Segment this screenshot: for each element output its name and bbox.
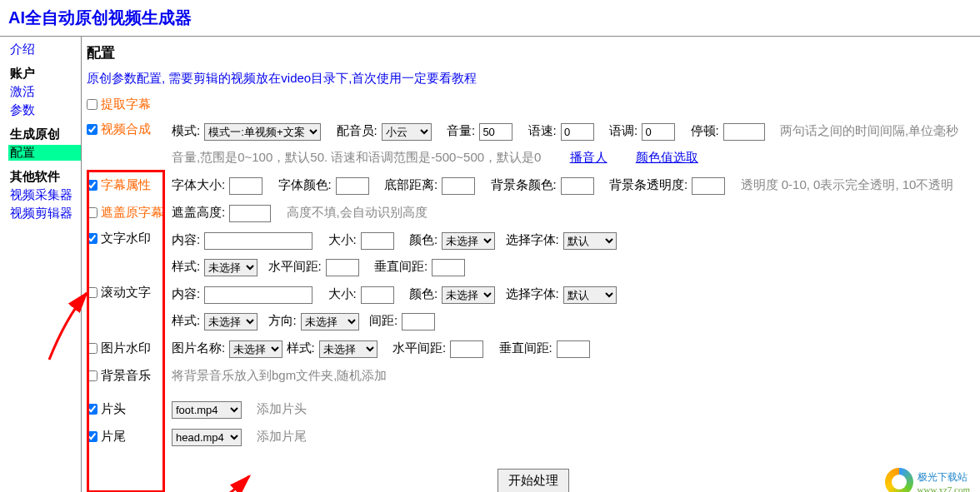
label-subtitle-attr: 字幕属性 — [101, 177, 151, 193]
label-scroll-size: 大小: — [328, 286, 357, 301]
input-cover-height[interactable] — [229, 205, 271, 222]
label-bgm: 背景音乐 — [101, 368, 151, 384]
select-scroll-dir[interactable]: 未选择 — [301, 313, 359, 330]
row-bgm: 背景音乐 将背景音乐放入到bgm文件夹,随机添加 — [87, 364, 980, 387]
site-logo: 极光下载站 www.xz7.com — [885, 468, 970, 492]
label-twm-vgap: 垂直间距: — [374, 259, 428, 273]
label-scroll-font: 选择字体: — [506, 286, 559, 301]
select-scroll-color[interactable]: 未选择 — [442, 286, 495, 304]
select-scroll-style[interactable]: 未选择 — [204, 313, 258, 330]
input-tone[interactable] — [642, 123, 675, 141]
logo-text-en: www.xz7.com — [918, 485, 970, 493]
label-video-synth: 视频合成 — [101, 122, 151, 137]
select-scroll-font[interactable]: 默认 — [563, 286, 617, 304]
checkbox-extract-subtitle[interactable] — [87, 99, 98, 110]
label-twm-hgap: 水平间距: — [268, 259, 322, 273]
input-scroll-gap[interactable] — [402, 313, 435, 330]
checkbox-subtitle-attr[interactable] — [87, 180, 98, 191]
checkbox-cover-subtitle[interactable] — [87, 207, 98, 218]
row-foot-clip: 片尾 head.mp4 添加片尾 — [87, 425, 980, 448]
sidebar-item-collector[interactable]: 视频采集器 — [10, 187, 81, 203]
sidebar-item-intro[interactable]: 介绍 — [10, 42, 81, 57]
input-iwm-hgap[interactable] — [450, 340, 483, 358]
sidebar-item-config[interactable]: 配置 — [8, 145, 81, 161]
label-twm-font: 选择字体: — [506, 232, 559, 246]
config-description: 原创参数配置, 需要剪辑的视频放在video目录下,首次使用一定要看教程 — [87, 71, 980, 87]
hint-foot-clip: 添加片尾 — [257, 429, 307, 443]
checkbox-bgm[interactable] — [87, 370, 98, 381]
label-iwm-vgap: 垂直间距: — [499, 340, 552, 355]
label-bg-opacity: 背景条透明度: — [609, 177, 688, 191]
input-font-color[interactable] — [336, 177, 369, 195]
label-iwm-hgap: 水平间距: — [392, 340, 446, 355]
input-scroll-size[interactable] — [361, 286, 394, 304]
sidebar-section-account: 账户 — [10, 66, 81, 82]
hint-pause: 两句话之间的时间间隔,单位毫秒 — [780, 123, 958, 137]
row-extract-subtitle: 提取字幕 — [87, 93, 980, 115]
input-pause[interactable] — [723, 123, 765, 141]
label-twm-color: 颜色: — [409, 232, 438, 246]
input-bg-color[interactable] — [561, 177, 594, 195]
row-subtitle-attr: 字幕属性 字体大小: 字体颜色: 底部距离: 背景条颜色: 背景条透明度: 透明… — [87, 173, 980, 196]
sidebar-section-other: 其他软件 — [10, 169, 81, 185]
hint-cover-height: 高度不填,会自动识别高度 — [287, 205, 428, 219]
label-bottom-dist: 底部距离: — [384, 177, 438, 191]
checkbox-text-watermark[interactable] — [87, 233, 98, 244]
link-broadcaster[interactable]: 播音人 — [570, 150, 608, 164]
label-scroll-gap: 间距: — [369, 313, 398, 327]
label-image-watermark: 图片水印 — [101, 340, 151, 356]
input-iwm-vgap[interactable] — [557, 340, 590, 358]
label-foot-clip: 片尾 — [101, 429, 126, 445]
select-twm-color[interactable]: 未选择 — [442, 232, 495, 250]
row-cover-subtitle: 遮盖原字幕 遮盖高度: 高度不填,会自动识别高度 — [87, 201, 980, 224]
label-cover-height: 遮盖高度: — [172, 205, 225, 219]
label-scroll-color: 颜色: — [409, 286, 438, 301]
hint-head-clip: 添加片头 — [257, 401, 307, 415]
label-extract-subtitle: 提取字幕 — [101, 97, 151, 112]
select-twm-font[interactable]: 默认 — [563, 232, 617, 250]
input-scroll-content[interactable] — [204, 286, 312, 304]
checkbox-video-synth[interactable] — [87, 124, 98, 135]
row-head-clip: 片头 foot.mp4 添加片头 — [87, 397, 980, 420]
input-bottom-dist[interactable] — [442, 177, 475, 195]
select-twm-style[interactable]: 未选择 — [204, 259, 258, 276]
app-title: AI全自动原创视频生成器 — [0, 0, 980, 36]
select-mode[interactable]: 模式一:单视频+文案 — [204, 123, 321, 141]
main-content: 配置 原创参数配置, 需要剪辑的视频放在video目录下,首次使用一定要看教程 … — [82, 37, 980, 492]
input-twm-hgap[interactable] — [326, 259, 359, 276]
label-twm-size: 大小: — [328, 232, 357, 246]
checkbox-foot-clip[interactable] — [87, 431, 98, 442]
label-speed: 语速: — [528, 123, 557, 137]
start-process-button[interactable]: 开始处理 — [498, 469, 569, 492]
label-scroll-text: 滚动文字 — [101, 285, 151, 301]
sidebar-item-params[interactable]: 参数 — [10, 102, 81, 118]
label-bg-color: 背景条颜色: — [491, 177, 557, 191]
input-font-size[interactable] — [229, 177, 262, 195]
select-foot-clip[interactable]: head.mp4 — [172, 429, 242, 446]
select-voice[interactable]: 小云 — [382, 123, 432, 141]
sidebar-item-editor[interactable]: 视频剪辑器 — [10, 206, 81, 221]
input-bg-opacity[interactable] — [692, 177, 725, 195]
input-twm-content[interactable] — [204, 232, 312, 250]
row-text-watermark: 文字水印 内容: 大小: 颜色: 未选择 选择字体: 默认 样式: — [87, 228, 980, 278]
label-scroll-dir: 方向: — [268, 313, 297, 327]
sidebar-item-activate[interactable]: 激活 — [10, 84, 81, 100]
label-iwm-style: 样式: — [287, 340, 315, 355]
checkbox-head-clip[interactable] — [87, 404, 98, 415]
select-head-clip[interactable]: foot.mp4 — [172, 401, 242, 419]
label-head-clip: 片头 — [101, 401, 126, 417]
label-voice: 配音员: — [337, 123, 378, 137]
checkbox-image-watermark[interactable] — [87, 343, 98, 354]
input-twm-size[interactable] — [361, 232, 394, 250]
link-color-pick[interactable]: 颜色值选取 — [636, 150, 698, 164]
input-speed[interactable] — [561, 123, 594, 141]
hint-synth-range: 音量,范围是0~100，默认50. 语速和语调范围是-500~500，默认是0 — [172, 150, 541, 164]
select-iwm-name[interactable]: 未选择 — [229, 340, 282, 358]
select-iwm-style[interactable]: 未选择 — [319, 340, 378, 358]
input-twm-vgap[interactable] — [432, 259, 465, 276]
label-cover-subtitle: 遮盖原字幕 — [101, 205, 163, 221]
row-image-watermark: 图片水印 图片名称: 未选择 样式: 未选择 水平间距: 垂直间距: — [87, 336, 980, 360]
input-volume[interactable] — [479, 123, 512, 141]
page-title: 配置 — [87, 43, 980, 62]
checkbox-scroll-text[interactable] — [87, 287, 98, 298]
